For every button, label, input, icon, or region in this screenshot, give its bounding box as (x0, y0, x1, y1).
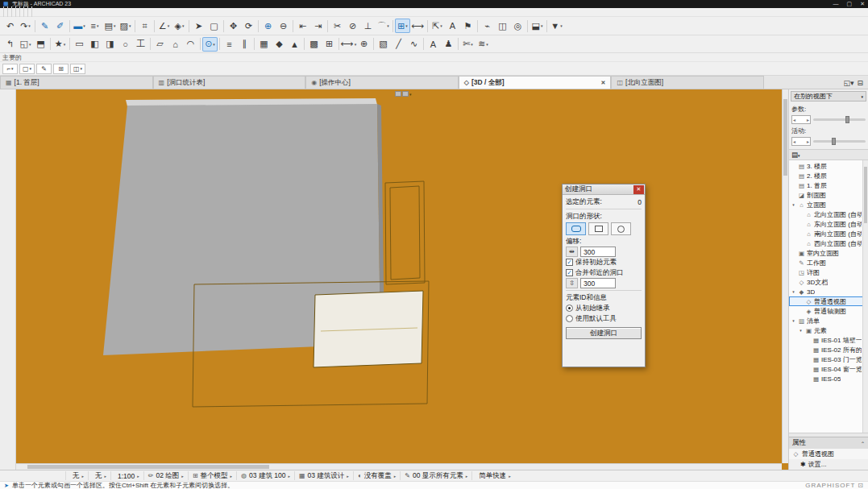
lamp-tool-icon[interactable] (1, 438, 15, 451)
mesh-tool-icon[interactable] (1, 271, 15, 284)
status-field[interactable]: 无 ▸ (88, 471, 110, 480)
status-field[interactable]: ▦ 03 建筑设计 ▸ (294, 471, 353, 480)
expander-icon[interactable]: ▾ (798, 328, 804, 333)
move-icon[interactable]: ✥ (226, 19, 241, 33)
status-field[interactable]: 无 ▸ (65, 471, 88, 480)
camera-icon[interactable]: ◎ (510, 19, 525, 33)
grid-snap-icon[interactable]: ⌗ (137, 19, 152, 33)
vertical-scroll-thumb[interactable] (783, 99, 787, 176)
tree-elements[interactable]: ▾ ▣ 元素 (789, 325, 868, 335)
dimension-tool-icon[interactable] (1, 309, 15, 322)
morph-icon[interactable]: ◆ (272, 37, 287, 52)
tab-split-icon[interactable]: ⊟ (857, 79, 863, 87)
tree-ies-02[interactable]: ▦ IES-02 所有的开口 (789, 345, 868, 354)
expander-icon[interactable]: ▾ (791, 289, 796, 294)
tree-elevation-south[interactable]: ⌂ 南向立面图 (自动重建) (789, 229, 868, 238)
3d-viewport[interactable]: ▾ (16, 89, 788, 470)
prev-view-icon[interactable]: ⇤ (295, 19, 310, 33)
expander-icon[interactable]: ▾ (791, 202, 796, 207)
status-field[interactable]: ◐ 没有覆盖 ▸ (353, 471, 400, 480)
shape-rounded-rect-button[interactable] (566, 222, 586, 235)
dim-level-icon[interactable]: ⊕ (356, 37, 372, 52)
status-field[interactable]: ✏ 02 绘图 ▸ (143, 471, 188, 480)
roof-icon[interactable]: ⌂ (168, 37, 183, 52)
object-tool-icon[interactable] (1, 425, 15, 438)
wall-icon[interactable]: ▭ (72, 37, 87, 52)
tree-3d-documents[interactable]: ◇ 3D文档 (789, 277, 868, 287)
marquee-icon[interactable]: ▢ (206, 19, 222, 33)
text-icon[interactable]: A (426, 37, 441, 52)
status-field[interactable]: 1:100 ▸ (110, 471, 143, 480)
tree-story-1[interactable]: ▤ 1. 首层 (789, 180, 868, 190)
tab-3d-all[interactable]: ◇ [3D / 全部] ✕ (459, 76, 612, 89)
curtain-wall-tool-icon[interactable] (1, 245, 15, 258)
railing-icon[interactable]: ∥ (237, 37, 252, 52)
keep-original-checkbox[interactable]: ✓ (566, 259, 573, 266)
horizontal-scroll-thumb[interactable] (27, 465, 269, 469)
pen-icon[interactable]: ✐ (52, 19, 68, 33)
split-icon[interactable]: ⊘ (345, 19, 360, 33)
tree-elevation-north[interactable]: ⌂ 北向立面图 (自动重建) (789, 209, 868, 219)
slider-knob[interactable] (845, 116, 849, 123)
arc-tool-icon[interactable] (1, 374, 15, 387)
status-field[interactable]: 简单快速 ▸ (471, 471, 515, 480)
tree-story-2[interactable]: ▤ 2. 楼层 (789, 171, 868, 180)
layer-settings-icon[interactable]: ≋ ▾ (476, 37, 491, 52)
column-icon[interactable]: ○ (118, 37, 133, 52)
shell-tool-icon[interactable] (1, 206, 15, 219)
section-marker-icon[interactable]: ⌁ (480, 19, 495, 33)
fill-type-icon[interactable]: ▨ ▾ (118, 19, 133, 33)
view-selector-dropdown[interactable]: 在别的视图下 ▾ (791, 91, 866, 102)
tree-3d[interactable]: ▾ ◆ 3D (789, 287, 868, 296)
plan-window-icon[interactable]: ⬒ (33, 37, 48, 52)
measure-icon[interactable]: ⟷ (410, 19, 426, 33)
pencil-icon[interactable]: ✎ (37, 19, 52, 33)
line-tool-icon[interactable] (1, 361, 15, 374)
tree-elevations[interactable]: ▾ ⌂ 立面图 (789, 200, 868, 209)
spline-tool-icon[interactable] (1, 400, 15, 412)
shell-icon[interactable]: ◠ (183, 37, 198, 52)
trim-icon[interactable]: ✂ (330, 19, 345, 33)
dimension-icon[interactable]: ⇱ ▾ (430, 19, 445, 33)
line-color-icon[interactable]: ▬ ▾ (72, 19, 87, 33)
undo-icon[interactable]: ↶ (2, 19, 18, 33)
tab-opening-schedule[interactable]: ▥ [洞口统计表] (153, 76, 306, 89)
default-tool-radio[interactable] (566, 315, 573, 322)
tree-generic-axonometry[interactable]: ◈ 普通轴测图 (789, 306, 868, 316)
beam-icon[interactable]: 工 (133, 37, 148, 52)
camera-tool-icon[interactable] (1, 451, 15, 464)
merge-distance-input[interactable]: 300 (580, 278, 616, 288)
minimize-button[interactable]: — (833, 1, 839, 7)
zoom-in-icon[interactable]: ⊕ (260, 19, 276, 33)
cutaway-icon[interactable]: ⬓ ▾ (530, 19, 545, 33)
shape-circle-button[interactable] (611, 222, 631, 235)
zoom-out-icon[interactable]: ⊖ (276, 19, 291, 33)
railing-tool-icon[interactable] (1, 232, 15, 245)
door-icon[interactable]: ◧ (87, 37, 102, 52)
tree-scroll-thumb[interactable] (864, 167, 867, 223)
tree-schedules[interactable]: ▾ ▥ 清单 (789, 316, 868, 325)
line-icon[interactable]: ╱ (391, 37, 406, 52)
adjust-icon[interactable]: ⊥ (360, 19, 376, 33)
dialog-close-button[interactable]: ✕ (633, 185, 644, 194)
params-stepper[interactable]: ◂▸ (791, 115, 811, 124)
fill-tool-icon[interactable] (1, 348, 15, 361)
roof-tool-icon[interactable] (1, 193, 15, 206)
mesh-icon[interactable]: ▲ (287, 37, 302, 52)
select-tool-icon[interactable] (1, 90, 15, 103)
go-back-icon[interactable]: ↰ (2, 37, 18, 52)
redo-icon[interactable]: ↷ ▾ (18, 19, 33, 33)
tab-close-icon[interactable]: ✕ (601, 80, 606, 86)
3d-cutting-planes-icon[interactable]: ✄ ▾ (460, 37, 476, 52)
guide-lines-icon[interactable]: ∠ ▾ (156, 19, 172, 33)
opening-tool-icon[interactable] (1, 296, 15, 309)
morph-tool-icon[interactable] (1, 258, 15, 271)
fill-icon[interactable]: ▧ (376, 37, 391, 52)
quick-marquee-icon[interactable]: ▢ ▾ (19, 64, 35, 74)
collapse-icon[interactable]: ⌃ (861, 441, 865, 446)
maximize-button[interactable]: ▢ (847, 1, 853, 7)
tree-ies-04[interactable]: ▦ IES-04 窗一览表 (789, 364, 868, 374)
tree-sections[interactable]: ◪ 剖面图 (789, 190, 868, 200)
favorites-icon[interactable]: ★ ▾ (52, 37, 68, 52)
label-icon[interactable]: ⚑ (460, 19, 476, 33)
